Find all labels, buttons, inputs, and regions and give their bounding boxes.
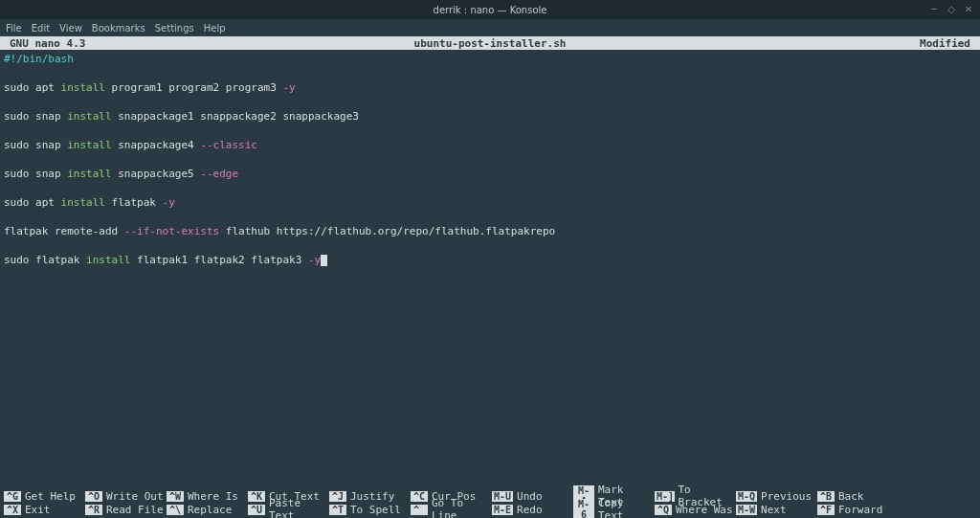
shortcut-key: ^C [411,491,428,502]
shortcut-label: Get Help [25,490,76,503]
code-token: sudo snap [4,168,67,180]
shortcut-label: Where Was [676,504,733,516]
code-token: snappackage5 [112,168,201,180]
window-title: derrik : nano — Konsole [434,5,547,15]
shortcut-item: ^OWrite Out [85,489,167,503]
editor-line: sudo snap install snappackage1 snappacka… [4,109,976,124]
menu-bookmarks[interactable]: Bookmarks [92,23,145,34]
maximize-icon[interactable]: ◇ [946,3,957,14]
code-token: -y [282,81,295,94]
menu-edit[interactable]: Edit [32,23,50,34]
shortcut-item: ^FForward [817,503,899,516]
shortcut-item: ^UPaste Text [248,503,329,516]
nano-status: Modified [920,37,970,50]
editor-line: sudo apt install program1 program2 progr… [4,80,976,95]
code-token: snappackage4 [112,139,201,151]
shortcut-label: Undo [517,490,543,503]
menu-file[interactable]: File [6,23,22,34]
shortcut-key: ^K [248,491,265,502]
shortcut-label: Copy Text [598,497,655,518]
shortcut-item: ^RRead File [85,503,167,516]
menu-help[interactable]: Help [204,23,226,34]
shortcut-item: ^_Go To Line [411,503,492,516]
shortcut-key: M-6 [573,499,594,518]
code-token: install [61,196,105,209]
shortcut-label: Next [761,504,787,516]
shortcut-label: Forward [838,504,882,516]
shortcut-key: ^B [817,491,835,502]
shortcut-item: ^\Replace [167,503,248,516]
code-token: program1 program2 program3 [105,81,282,94]
shortcut-key: M-E [492,505,513,515]
menu-settings[interactable]: Settings [155,23,194,34]
shortcut-label: Go To Line [432,497,492,518]
code-token: install [67,139,111,151]
shortcut-label: Redo [517,504,543,516]
shortcut-key: ^U [248,505,265,515]
shortcut-item: ^BBack [817,489,899,503]
shortcut-label: To Spell [350,504,401,516]
nano-version: GNU nano 4.3 [10,37,85,50]
code-token: install [86,254,130,266]
code-token: --if-not-exists [124,225,219,237]
shortcut-key: ^_ [411,505,428,515]
menubar: File Edit View Bookmarks Settings Help [0,19,980,36]
shortcut-label: Read File [106,504,164,516]
shortcut-label: Previous [761,490,812,503]
minimize-icon[interactable]: ─ [928,3,940,14]
shortcut-key: ^X [4,505,21,515]
code-token: snappackage1 snappackage2 snappackage3 [112,110,359,123]
code-token: --edge [200,168,238,180]
shortcut-label: Exit [25,504,51,516]
code-token: #!/bin/bash [4,53,74,65]
shortcut-label: Back [838,490,864,503]
window-titlebar: derrik : nano — Konsole ─ ◇ ✕ [0,0,980,19]
shortcut-label: Justify [350,490,394,503]
menu-view[interactable]: View [59,23,82,34]
shortcut-key: ^O [85,491,102,502]
shortcut-key: M-] [655,491,675,502]
code-token: --classic [200,139,257,151]
editor-line [4,181,976,195]
code-token: -y [163,196,175,209]
code-token: sudo apt [4,196,61,209]
shortcut-item: M-6Copy Text [573,503,655,516]
shortcut-key: M-W [736,505,757,515]
code-token: install [67,110,111,123]
shortcut-key: ^Q [655,505,672,515]
editor-line [4,152,976,167]
code-token: flathub https://flathub.org/repo/flathub… [219,225,555,237]
code-token: sudo snap [4,139,67,151]
editor-line: sudo flatpak install flatpak1 flatpak2 f… [4,253,976,267]
shortcut-label: Replace [188,504,232,516]
shortcut-key: ^G [4,491,21,502]
editor-line [4,124,976,138]
shortcut-item: ^TTo Spell [329,503,411,516]
shortcut-item: ^GGet Help [4,489,85,503]
editor-line: #!/bin/bash [4,52,976,66]
editor-line: sudo snap install snappackage4 --classic [4,138,976,152]
code-token: install [61,81,105,94]
window-controls: ─ ◇ ✕ [928,3,974,14]
editor-line: sudo apt install flatpak -y [4,195,976,210]
shortcut-row-2: ^XExit^RRead File^\Replace^UPaste Text^T… [4,503,976,516]
code-token: flatpak1 flatpak2 flatpak3 [130,254,307,266]
editor-line [4,210,976,224]
shortcut-key: M-Q [736,491,757,502]
shortcut-key: ^F [817,505,835,515]
shortcut-key: ^\ [167,505,184,515]
editor-area[interactable]: #!/bin/bashsudo apt install program1 pro… [0,50,980,269]
editor-line: flatpak remote-add --if-not-exists flath… [4,224,976,238]
code-token: sudo snap [4,110,67,123]
shortcut-key: ^T [329,505,346,515]
close-icon[interactable]: ✕ [963,3,974,14]
shortcut-item: M-UUndo [492,489,573,503]
code-token: -y [308,254,321,266]
text-cursor [321,255,327,266]
code-token: flatpak remote-add [4,225,124,237]
shortcut-label: Where Is [188,490,238,503]
shortcut-item: M-QPrevious [736,489,817,503]
shortcut-item: ^XExit [4,503,85,516]
shortcut-key: ^J [329,491,346,502]
editor-line [4,95,976,109]
